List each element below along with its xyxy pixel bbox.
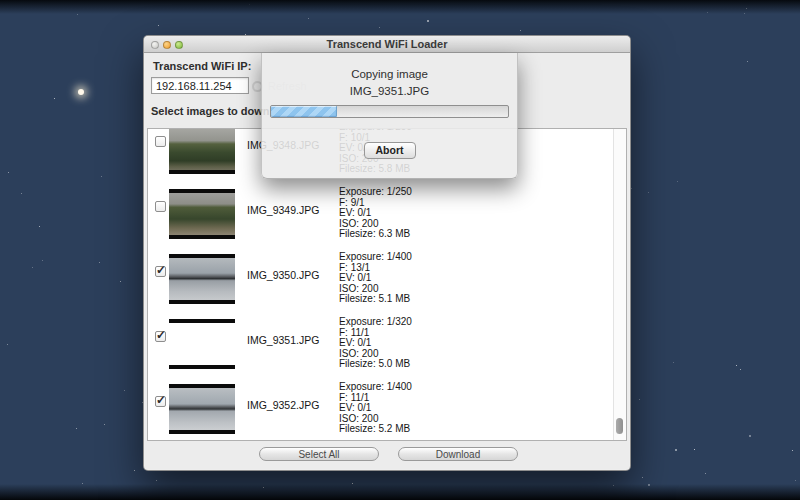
list-item[interactable]: ✓ IMG_9349.JPG Exposure: 1/250 F: 9/1 EV… <box>148 182 626 247</box>
check-icon: ✓ <box>156 328 166 342</box>
meta-exposure: Exposure: 1/400 <box>339 252 412 263</box>
zoom-button[interactable] <box>175 41 183 49</box>
meta-exposure: Exposure: 1/250 <box>339 187 412 198</box>
image-checkbox[interactable]: ✓ <box>155 266 166 277</box>
minimize-button[interactable] <box>163 41 171 49</box>
progress-fill <box>271 106 337 117</box>
image-checkbox[interactable]: ✓ <box>155 136 166 147</box>
copying-dialog: Copying image IMG_9351.JPG Abort <box>261 53 518 179</box>
image-filename: IMG_9351.JPG <box>247 334 319 346</box>
check-icon: ✓ <box>156 263 166 277</box>
image-checkbox[interactable]: ✓ <box>155 201 166 212</box>
ip-label: Transcend WiFi IP: <box>153 60 251 72</box>
image-thumbnail <box>169 384 235 434</box>
image-checkbox[interactable]: ✓ <box>155 331 166 342</box>
meta-exposure: Exposure: 1/400 <box>339 382 412 393</box>
scrollbar-track[interactable] <box>613 129 626 440</box>
image-metadata: Exposure: 1/400 F: 11/1 EV: 0/1 ISO: 200… <box>339 382 412 435</box>
close-button[interactable] <box>151 41 159 49</box>
download-button[interactable]: Download <box>398 447 518 461</box>
image-metadata: Exposure: 1/320 F: 11/1 EV: 0/1 ISO: 200… <box>339 317 412 370</box>
image-thumbnail <box>169 254 235 304</box>
dialog-title: Copying image <box>262 68 517 80</box>
image-filename: IMG_9352.JPG <box>247 399 319 411</box>
image-metadata: Exposure: 1/400 F: 13/1 EV: 0/1 ISO: 200… <box>339 252 412 305</box>
scrollbar-thumb[interactable] <box>616 418 623 434</box>
app-window: Transcend WiFi Loader Transcend WiFi IP:… <box>143 35 631 471</box>
window-title: Transcend WiFi Loader <box>144 36 630 53</box>
image-thumbnail <box>169 189 235 239</box>
wallpaper-shade-bottom <box>0 484 800 500</box>
image-filename: IMG_9349.JPG <box>247 204 319 216</box>
image-thumbnail <box>169 128 235 174</box>
list-item[interactable]: ✓ IMG_9352.JPG Exposure: 1/400 F: 11/1 E… <box>148 377 626 441</box>
progress-bar <box>270 105 509 118</box>
title-bar[interactable]: Transcend WiFi Loader <box>144 36 630 53</box>
image-checkbox[interactable]: ✓ <box>155 396 166 407</box>
meta-filesize: Filesize: 6.3 MB <box>339 229 412 240</box>
image-metadata: Exposure: 1/250 F: 9/1 EV: 0/1 ISO: 200 … <box>339 187 412 240</box>
image-filename: IMG_9350.JPG <box>247 269 319 281</box>
dialog-filename: IMG_9351.JPG <box>262 85 517 97</box>
meta-exposure: Exposure: 1/320 <box>339 317 412 328</box>
abort-button[interactable]: Abort <box>364 142 416 159</box>
select-all-button[interactable]: Select All <box>259 447 379 461</box>
wallpaper-shade-top <box>0 0 800 14</box>
ip-input[interactable] <box>151 77 249 94</box>
image-thumbnail <box>169 319 235 369</box>
list-item[interactable]: ✓ IMG_9351.JPG Exposure: 1/320 F: 11/1 E… <box>148 312 626 377</box>
traffic-lights <box>151 41 183 49</box>
meta-filesize: Filesize: 5.1 MB <box>339 294 412 305</box>
meta-filesize: Filesize: 5.2 MB <box>339 424 412 435</box>
list-item[interactable]: ✓ IMG_9350.JPG Exposure: 1/400 F: 13/1 E… <box>148 247 626 312</box>
check-icon: ✓ <box>156 393 166 407</box>
meta-filesize: Filesize: 5.0 MB <box>339 359 412 370</box>
